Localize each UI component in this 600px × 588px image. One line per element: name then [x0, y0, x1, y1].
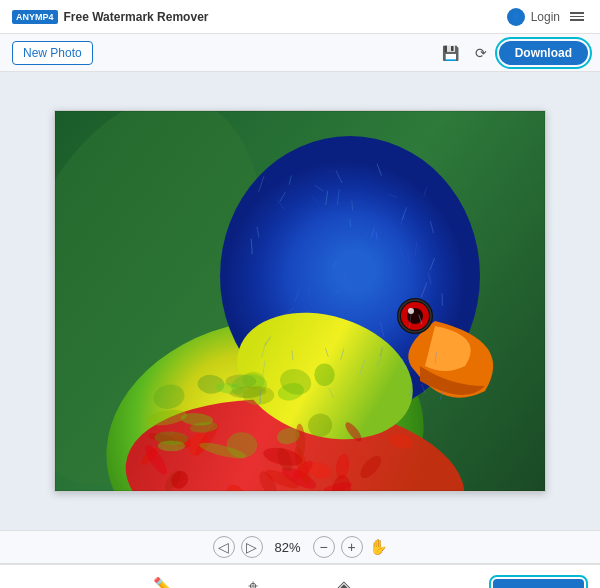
- eraser-tool[interactable]: ◈ Eraser: [328, 576, 360, 588]
- main-content: [0, 72, 600, 530]
- zoom-controls: ◁ ▷ 82% − + ✋: [0, 530, 600, 564]
- share-icon-button[interactable]: ⟳: [471, 41, 491, 65]
- zoom-out-button[interactable]: ◁: [213, 536, 235, 558]
- lasso-tool[interactable]: ⌖ Lasso: [238, 576, 267, 588]
- title-bar-left: ANYMP4 Free Watermark Remover: [12, 10, 208, 24]
- app-title: Free Watermark Remover: [64, 10, 209, 24]
- menu-button[interactable]: [566, 8, 588, 25]
- toolbar-left: New Photo: [12, 41, 93, 65]
- brush-icon: ✏️: [153, 576, 175, 588]
- toolbar: New Photo 💾 ⟳ Download: [0, 34, 600, 72]
- zoom-minus-button[interactable]: −: [313, 536, 335, 558]
- zoom-percent: 82%: [269, 540, 307, 555]
- new-photo-button[interactable]: New Photo: [12, 41, 93, 65]
- lasso-icon: ⌖: [248, 576, 258, 588]
- save-icon-button[interactable]: 💾: [438, 41, 463, 65]
- image-container: [54, 110, 546, 492]
- remove-button[interactable]: Remove: [493, 579, 584, 588]
- eraser-icon: ◈: [337, 576, 351, 588]
- user-icon: 👤: [507, 8, 525, 26]
- download-button[interactable]: Download: [499, 41, 588, 65]
- parrot-image: [55, 111, 545, 491]
- app-logo: ANYMP4: [12, 10, 58, 24]
- tool-group: ✏️ Brush ⌖ Lasso ◈ Eraser: [16, 576, 493, 588]
- zoom-previous-button[interactable]: ▷: [241, 536, 263, 558]
- hand-tool-icon[interactable]: ✋: [369, 538, 388, 556]
- zoom-plus-button[interactable]: +: [341, 536, 363, 558]
- login-button[interactable]: Login: [531, 10, 560, 24]
- title-bar: ANYMP4 Free Watermark Remover 👤 Login: [0, 0, 600, 34]
- bottom-toolbar: ✏️ Brush ⌖ Lasso ◈ Eraser Remove: [0, 564, 600, 588]
- toolbar-right: 💾 ⟳ Download: [438, 41, 588, 65]
- brush-tool[interactable]: ✏️ Brush: [149, 576, 178, 588]
- title-bar-right: 👤 Login: [507, 8, 588, 26]
